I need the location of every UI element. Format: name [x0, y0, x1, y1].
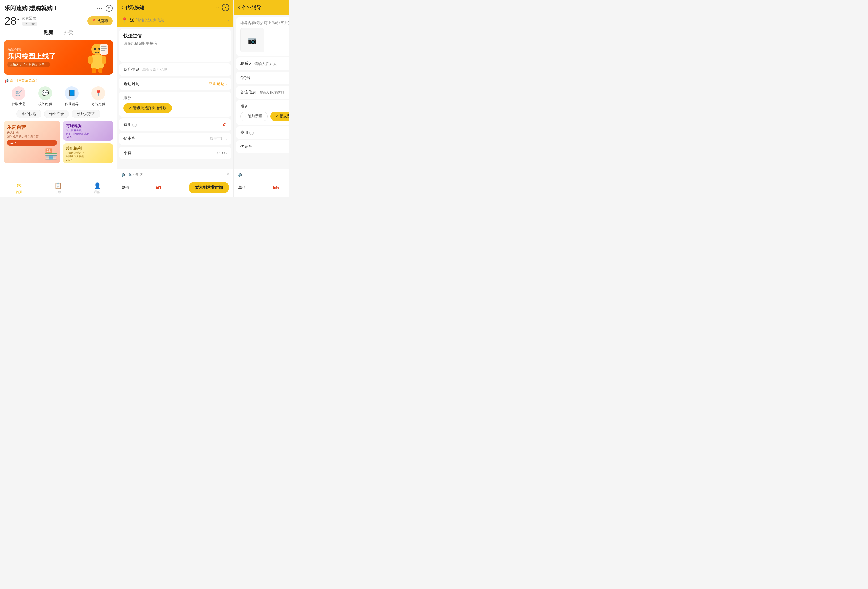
tab-waimai[interactable]: 外卖 [64, 29, 73, 37]
app-title: 乐闪速购 想购就购！ [4, 4, 58, 12]
select-parcel-btn[interactable]: ✓ 请点此选择快递件数 [124, 103, 172, 113]
tutor-note-input[interactable] [258, 90, 289, 94]
contact-row: 联系人 [236, 58, 289, 70]
self-go-btn[interactable]: GO> [7, 140, 57, 146]
self-sub: 优选好物限时免单助力开学新学期 [7, 131, 57, 139]
wanneng-go-btn[interactable]: GO> [66, 136, 111, 139]
fee-label: 费用 ? [124, 122, 137, 127]
service-item-tutoring[interactable]: 📘 作业辅导 [65, 86, 78, 106]
address-input[interactable]: 请输入送达信息 [136, 18, 226, 23]
location-button[interactable]: 📍 成都市 [87, 16, 112, 25]
coupon-row[interactable]: 优惠券 暂无可用 › [119, 133, 231, 145]
tip-label: 小费 [124, 150, 131, 155]
service-item-delivery[interactable]: 🛒 代取快递 [12, 86, 25, 106]
delivery-back-btn[interactable]: ‹ [121, 4, 123, 11]
self-title: 乐闪自营 [7, 124, 57, 130]
more-icon[interactable]: ··· [97, 5, 103, 12]
delivery-service-section: 服务 ✓ 请点此选择快递件数 [119, 92, 231, 117]
tip-right: 0.00 › [217, 151, 227, 155]
tip-value: 0.00 [217, 151, 224, 155]
prepay-fee-btn[interactable]: ✓ 预支费用 [270, 112, 289, 121]
coupon-chevron-icon: › [226, 137, 227, 141]
banner-text: 乐源创想 乐闪校园上线了 上乐闪，半小时送到宿舍！ [7, 47, 56, 68]
wanneng-icon: 📍 [92, 86, 105, 100]
service-btn-row: • 附加费用 ✓ 预支费用 [240, 112, 289, 121]
profile-nav-icon: 👤 [94, 182, 101, 189]
svg-rect-5 [98, 68, 102, 73]
notice-close-btn[interactable]: × [226, 171, 229, 177]
time-chevron-icon: › [226, 81, 227, 86]
service-grid: 🛒 代取快递 💬 校外跑腿 📘 作业辅导 📍 万能跑腿 [0, 84, 117, 108]
note-label: 备注信息 [124, 67, 139, 72]
fee-value: ¥1 [223, 123, 227, 127]
tutoring-title: 作业辅导 [242, 4, 261, 10]
tutoring-coupon-row[interactable]: 优惠券 暂无可用 › [236, 140, 289, 153]
quick-tag-homework[interactable]: 作业不会 [44, 110, 69, 118]
temperature: 28° [4, 15, 19, 27]
home-nav-icon: ✉ [17, 182, 22, 189]
delivery-bottom-bar: 🔈 🔈不配送 × 总价 ¥1 暂未到营业时间 [117, 169, 233, 196]
time-text: 立即送达 [209, 81, 224, 86]
tip-row[interactable]: 小费 0.00 › [119, 146, 231, 159]
time-value: 立即送达 › [209, 81, 227, 86]
svg-rect-10 [101, 48, 107, 49]
parttime-card-title: 兼职福利 [66, 146, 111, 151]
scan-icon[interactable]: ⊙ [106, 5, 112, 12]
quick-tag-pickup[interactable]: 拿个快递 [16, 110, 41, 118]
tutor-note-label: 备注信息 [240, 90, 256, 95]
service-item-errand[interactable]: 💬 校外跑腿 [38, 86, 52, 106]
wanneng-card-sub: 你只管看金额剩下的交给我们来跑 [66, 128, 111, 136]
fee-help-icon[interactable]: ? [133, 123, 137, 127]
delivery-target-icon[interactable] [222, 4, 229, 11]
tutoring-fee-help-icon[interactable]: ? [249, 131, 254, 135]
coupon-value: 暂无可用 [210, 136, 224, 141]
tutoring-notice: 🔈 × [234, 170, 289, 179]
sms-title: 快递短信 [124, 33, 227, 39]
time-row[interactable]: 送达时间 立即送达 › [119, 78, 231, 90]
promo-card-wanneng[interactable]: 万能跑腿 你只管看金额剩下的交给我们来跑 GO> [63, 121, 113, 141]
delivery-submit-btn[interactable]: 暂未到营业时间 [189, 182, 229, 193]
nav-profile[interactable]: 👤 我的 [89, 182, 106, 195]
temp-value: 28 [4, 15, 17, 27]
coupon-right: 暂无可用 › [210, 136, 227, 141]
note-input[interactable]: 请输入备注信息 [142, 68, 227, 72]
tutoring-coupon-label: 优惠券 [240, 144, 252, 149]
delivery-address-bar[interactable]: 📍 送 请输入送达信息 › [117, 15, 233, 27]
svg-rect-2 [88, 56, 93, 64]
tab-paotui[interactable]: 跑腿 [44, 29, 53, 37]
tutoring-header: ‹ 作业辅导 ··· [234, 0, 289, 15]
orders-nav-icon: 📋 [55, 182, 62, 189]
tutoring-total-price: ¥5 [273, 185, 279, 190]
nav-home[interactable]: ✉ 首页 [10, 182, 28, 195]
profile-nav-label: 我的 [94, 190, 100, 194]
tutoring-service-section: 服务 • 附加费用 ✓ 预支费用 [236, 100, 289, 125]
quick-tag-shopping[interactable]: 校外买东西 [72, 110, 100, 118]
tip-chevron-icon: › [226, 151, 227, 155]
delivery-header: ‹ 代取快递 ··· [117, 0, 233, 15]
store-icon: 🏪 [44, 148, 58, 161]
promo-grid: 乐闪自营 优选好物限时免单助力开学新学期 GO> 🏪 万能跑腿 你只管看金额剩下… [0, 121, 117, 179]
promo-bar: 📢 ¡新用户首单免单！ [0, 77, 117, 84]
promo-banner[interactable]: 乐源创想 乐闪校园上线了 上乐闪，半小时送到宿舍！ [4, 40, 113, 75]
promo-text: ¡新用户首单免单！ [10, 78, 38, 83]
service-item-wanneng[interactable]: 📍 万能跑腿 [92, 86, 105, 106]
delivery-more-icon[interactable]: ··· [214, 4, 220, 10]
delivery-header-right: ··· [214, 4, 229, 11]
photo-upload-btn[interactable]: 📷 [240, 28, 264, 52]
delivery-icon: 🛒 [12, 86, 25, 100]
address-send-label: 送 [130, 18, 134, 23]
promo-card-self[interactable]: 乐闪自营 优选好物限时免单助力开学新学期 GO> 🏪 [4, 121, 60, 163]
sms-input[interactable] [124, 41, 227, 57]
promo-card-parttime[interactable]: 兼职福利 生活拮据看这里乐闪送你大福利 GO> [63, 143, 113, 163]
fee-row: 费用 ? ¥1 [119, 118, 231, 131]
tutoring-notice-icon: 🔈 [238, 172, 244, 177]
tutoring-fee-label: 费用 ? [240, 130, 254, 135]
addon-fee-btn[interactable]: • 附加费用 [240, 112, 268, 121]
tutoring-back-btn[interactable]: ‹ [238, 4, 240, 11]
svg-rect-4 [92, 68, 96, 73]
contact-input[interactable] [254, 62, 289, 66]
home-header: 乐闪速购 想购就购！ ··· ⊙ [0, 0, 117, 14]
nav-orders[interactable]: 📋 订单 [49, 182, 67, 195]
coupon-label: 优惠券 [124, 136, 136, 141]
parttime-go-btn[interactable]: GO> [66, 158, 111, 161]
